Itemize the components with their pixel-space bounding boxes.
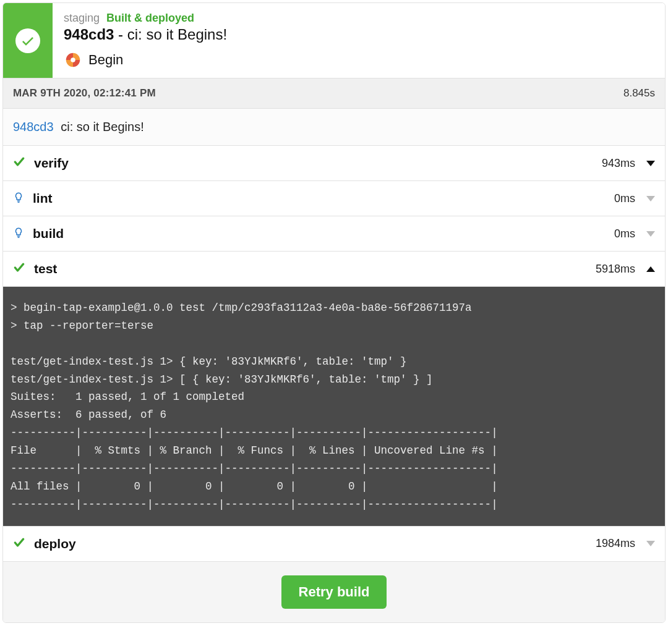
step-build[interactable]: build0ms bbox=[3, 216, 665, 252]
step-right: 1984ms bbox=[596, 537, 655, 550]
build-status-text: Built & deployed bbox=[106, 12, 194, 24]
step-name-label: lint bbox=[33, 191, 53, 206]
step-deploy[interactable]: deploy1984ms bbox=[3, 527, 665, 562]
chevron-up-icon[interactable] bbox=[646, 266, 655, 272]
app-name: Begin bbox=[88, 52, 123, 68]
step-right: 943ms bbox=[602, 157, 655, 170]
step-left: lint bbox=[13, 191, 53, 206]
terminal-output: > begin-tap-example@1.0.0 test /tmp/c293… bbox=[3, 287, 665, 527]
step-verify[interactable]: verify943ms bbox=[3, 146, 665, 181]
step-name-label: verify bbox=[34, 156, 69, 171]
step-left: verify bbox=[13, 156, 69, 171]
chevron-down-icon[interactable] bbox=[646, 541, 655, 546]
step-name-label: test bbox=[34, 261, 57, 276]
lightbulb-icon bbox=[13, 227, 24, 240]
total-duration: 8.845s bbox=[623, 87, 655, 100]
step-right: 5918ms bbox=[596, 263, 655, 276]
environment-label: staging bbox=[64, 12, 100, 24]
build-date: MAR 9TH 2020, 02:12:41 PM bbox=[13, 87, 156, 100]
env-status-line: staging Built & deployed bbox=[64, 12, 654, 25]
check-icon bbox=[13, 261, 25, 276]
step-duration: 943ms bbox=[602, 157, 635, 170]
lightbulb-icon bbox=[13, 192, 24, 205]
commit-row-message: ci: so it Begins! bbox=[61, 120, 144, 133]
success-circle-icon bbox=[15, 28, 40, 53]
step-left: build bbox=[13, 226, 64, 241]
build-card: staging Built & deployed 948cd3 - ci: so… bbox=[2, 2, 666, 623]
build-header: staging Built & deployed 948cd3 - ci: so… bbox=[3, 3, 665, 78]
step-left: test bbox=[13, 261, 57, 276]
app-line[interactable]: Begin bbox=[64, 51, 654, 69]
step-test[interactable]: test5918ms bbox=[3, 252, 665, 287]
commit-separator: - bbox=[114, 26, 127, 43]
check-icon bbox=[13, 156, 25, 171]
step-name-label: deploy bbox=[34, 536, 76, 551]
commit-line: 948cd3 - ci: so it Begins! bbox=[64, 26, 654, 43]
commit-hash: 948cd3 bbox=[64, 26, 114, 43]
header-info: staging Built & deployed 948cd3 - ci: so… bbox=[53, 3, 665, 78]
meta-strip: MAR 9TH 2020, 02:12:41 PM 8.845s bbox=[3, 78, 665, 109]
begin-logo-icon bbox=[64, 51, 82, 69]
commit-hash-link[interactable]: 948cd3 bbox=[13, 120, 54, 133]
step-right: 0ms bbox=[614, 192, 655, 205]
card-footer: Retry build bbox=[3, 562, 665, 622]
step-lint[interactable]: lint0ms bbox=[3, 181, 665, 216]
commit-row: 948cd3 ci: so it Begins! bbox=[3, 109, 665, 146]
step-duration: 0ms bbox=[614, 227, 635, 240]
steps-list: verify943mslint0msbuild0mstest5918ms> be… bbox=[3, 146, 665, 562]
step-duration: 1984ms bbox=[596, 537, 635, 550]
step-duration: 5918ms bbox=[596, 263, 635, 276]
retry-build-button[interactable]: Retry build bbox=[281, 575, 387, 609]
step-duration: 0ms bbox=[614, 192, 635, 205]
chevron-down-icon[interactable] bbox=[646, 231, 655, 237]
check-icon bbox=[13, 536, 25, 551]
step-name-label: build bbox=[33, 226, 64, 241]
step-right: 0ms bbox=[614, 227, 655, 240]
step-left: deploy bbox=[13, 536, 76, 551]
commit-message: ci: so it Begins! bbox=[127, 26, 227, 43]
status-indicator bbox=[3, 3, 53, 78]
chevron-down-icon[interactable] bbox=[646, 196, 655, 201]
chevron-down-icon[interactable] bbox=[646, 161, 655, 166]
